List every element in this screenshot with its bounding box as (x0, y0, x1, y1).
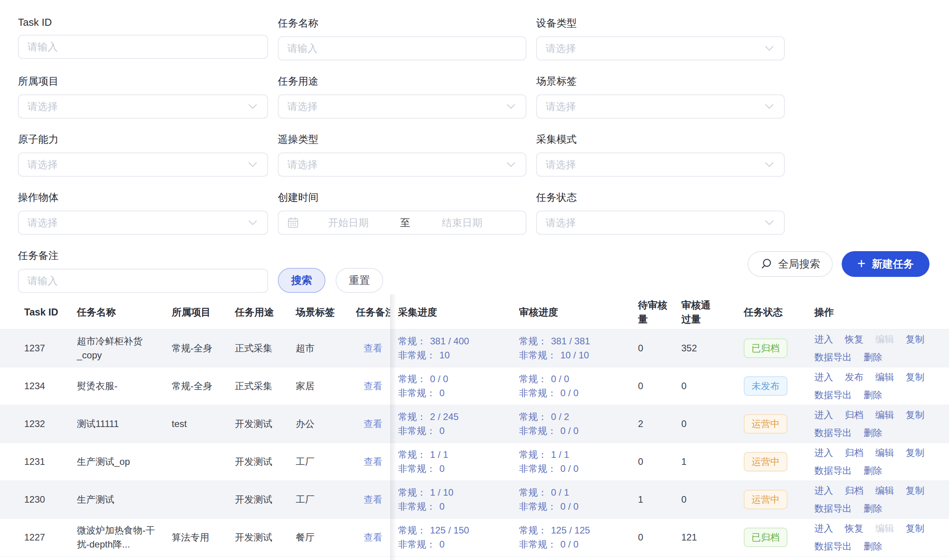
op-link[interactable]: 编辑 (875, 444, 894, 461)
filter-field-task-remark: 任务备注 请输入 (18, 249, 268, 293)
field-label: 场景标签 (536, 74, 785, 88)
op-link[interactable]: 复制 (906, 406, 924, 424)
op-link[interactable]: 编辑 (875, 406, 894, 424)
task-status-select[interactable]: 请选择 (536, 211, 785, 235)
op-link[interactable]: 删除 (864, 349, 882, 366)
op-link[interactable]: 编辑 (875, 520, 894, 537)
op-link[interactable]: 进入 (814, 482, 833, 499)
cell-passed-count: 0 (681, 379, 714, 393)
table-row: 1234 熨烫衣服- 常规-全身 正式采集 家居 查看 常规：0 / 0 非常规… (0, 367, 949, 405)
view-remark-link[interactable]: 查看 (364, 532, 382, 542)
header-operations: 操作 (814, 305, 939, 319)
op-link[interactable]: 复制 (906, 331, 924, 348)
header-task-status: 任务状态 (744, 305, 805, 319)
view-remark-link[interactable]: 查看 (364, 456, 382, 467)
op-link[interactable]: 删除 (864, 462, 882, 479)
row-operations: 进入 归档 编辑 复制 数据导出 删除 (814, 444, 939, 479)
table-row: 1227 微波炉加热食物-干扰-depth降... 算法专用 开发测试 餐厅 查… (0, 519, 949, 556)
op-link[interactable]: 复制 (906, 520, 924, 537)
cell-purpose: 正式采集 (235, 341, 290, 355)
cell-task-id: 1232 (24, 417, 62, 431)
op-link[interactable]: 进入 (814, 331, 833, 348)
filter-field-task-name: 任务名称 请输入 (278, 16, 526, 60)
create-task-button[interactable]: + 新建任务 (842, 251, 929, 277)
view-remark-link[interactable]: 查看 (364, 381, 382, 391)
op-link[interactable]: 归档 (845, 406, 864, 424)
search-button[interactable]: 搜索 (278, 268, 325, 293)
op-link[interactable]: 数据导出 (814, 500, 852, 517)
filter-field-purpose: 任务用途 请选择 (278, 74, 526, 119)
header-collect-progress: 采集进度 (398, 305, 511, 319)
header-passed-count: 审核通过量 (681, 298, 714, 326)
view-remark-link[interactable]: 查看 (364, 418, 382, 429)
teleop-type-select[interactable]: 请选择 (278, 152, 526, 177)
reset-button[interactable]: 重置 (336, 268, 383, 293)
view-remark-link[interactable]: 查看 (364, 343, 382, 353)
op-link[interactable]: 数据导出 (814, 462, 852, 479)
cell-passed-count: 121 (681, 530, 714, 544)
op-link[interactable]: 删除 (864, 538, 882, 555)
cell-collect-progress: 常规：0 / 0 非常规：0 (398, 372, 511, 400)
purpose-select[interactable]: 请选择 (278, 94, 526, 119)
cell-task-id: 1237 (24, 341, 62, 355)
table-toolbar: 全局搜索 + 新建任务 (748, 251, 929, 277)
op-link[interactable]: 归档 (845, 444, 864, 461)
cell-task-name: 测试11111 (77, 417, 155, 431)
project-select[interactable]: 请选择 (18, 94, 268, 119)
plus-icon: + (857, 257, 865, 271)
task-id-input[interactable]: 请输入 (18, 35, 268, 59)
cell-pending-count: 0 (638, 455, 669, 469)
op-link[interactable]: 删除 (864, 500, 882, 517)
op-link[interactable]: 数据导出 (814, 538, 852, 555)
op-link[interactable]: 数据导出 (814, 349, 852, 366)
op-link[interactable]: 进入 (814, 520, 833, 537)
global-search-button[interactable]: 全局搜索 (748, 251, 833, 277)
op-link[interactable]: 编辑 (875, 369, 894, 386)
op-link[interactable]: 进入 (814, 444, 833, 461)
op-link[interactable]: 恢复 (845, 331, 864, 348)
start-date-placeholder[interactable]: 开始日期 (299, 216, 398, 230)
cell-scene-tag: 餐厅 (296, 530, 347, 544)
row-operations: 进入 归档 编辑 复制 数据导出 删除 (814, 482, 939, 517)
op-link[interactable]: 恢复 (845, 520, 864, 537)
atomic-ability-select[interactable]: 请选择 (18, 152, 268, 177)
op-link[interactable]: 进入 (814, 369, 833, 386)
op-link[interactable]: 复制 (906, 444, 924, 461)
cell-collect-progress: 常规：381 / 400 非常规：10 (398, 334, 511, 362)
table-header: Task ID 任务名称 所属项目 任务用途 场景标签 任务备注 采集进度 审核… (0, 294, 949, 330)
cell-purpose: 开发测试 (235, 530, 290, 544)
op-link[interactable]: 发布 (845, 369, 864, 386)
op-link[interactable]: 删除 (864, 386, 882, 404)
op-link[interactable]: 数据导出 (814, 424, 852, 441)
cell-task-id: 1231 (24, 455, 62, 469)
collect-mode-select[interactable]: 请选择 (536, 152, 785, 177)
op-link[interactable]: 复制 (906, 369, 924, 386)
op-link[interactable]: 编辑 (875, 482, 894, 499)
filter-field-scene-tag: 场景标签 请选择 (536, 74, 785, 119)
cell-purpose: 正式采集 (235, 379, 290, 393)
op-link[interactable]: 编辑 (875, 331, 894, 348)
field-label: 原子能力 (18, 133, 268, 146)
op-link[interactable]: 删除 (864, 424, 882, 441)
task-name-input[interactable]: 请输入 (278, 36, 526, 60)
cell-task-name: 熨烫衣服- (77, 379, 155, 393)
cell-purpose: 开发测试 (235, 455, 290, 469)
row-operations: 进入 归档 编辑 复制 数据导出 删除 (814, 406, 939, 441)
header-project: 所属项目 (172, 305, 212, 319)
op-link[interactable]: 数据导出 (814, 386, 852, 404)
placeholder-text: 请输入 (27, 274, 58, 288)
search-icon (760, 258, 773, 270)
view-remark-link[interactable]: 查看 (364, 494, 382, 505)
op-link[interactable]: 归档 (845, 482, 864, 499)
filter-field-operate-object: 操作物体 请选择 (18, 191, 268, 235)
chevron-down-icon (507, 101, 515, 109)
scene-tag-select[interactable]: 请选择 (536, 94, 785, 119)
create-time-range-picker[interactable]: 开始日期 至 结束日期 (278, 211, 526, 235)
operate-object-select[interactable]: 请选择 (18, 211, 268, 235)
op-link[interactable]: 复制 (906, 482, 924, 499)
end-date-placeholder[interactable]: 结束日期 (413, 216, 512, 230)
op-link[interactable]: 进入 (814, 406, 833, 424)
cell-collect-progress: 常规：1 / 10 非常规：0 (398, 486, 511, 514)
device-type-select[interactable]: 请选择 (536, 36, 785, 60)
task-remark-input[interactable]: 请输入 (18, 269, 268, 293)
